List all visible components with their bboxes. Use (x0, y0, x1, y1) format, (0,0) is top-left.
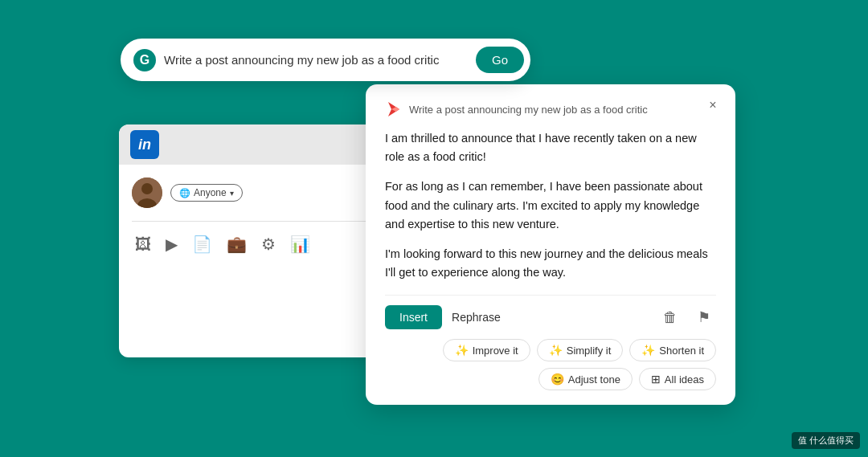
watermark: 值 什么值得买 (792, 432, 860, 449)
rephrase-button[interactable]: Rephrase (452, 311, 501, 324)
linkedin-toolbar: 🖼 ▶ 📄 💼 ⚙ 📊 (132, 235, 379, 254)
search-input-text: Write a post announcing my new job as a … (164, 53, 468, 67)
chart-icon[interactable]: 📊 (290, 235, 310, 254)
flag-button[interactable]: ⚑ (692, 305, 716, 329)
prompt-row: Write a post announcing my new job as a … (385, 100, 716, 118)
avatar (132, 177, 162, 208)
doc-icon[interactable]: 📄 (192, 235, 212, 254)
watermark-text: 值 什么值得买 (792, 432, 860, 449)
linkedin-card: in 🌐 Anyone ▾ 🖼 ▶ 📄 💼 ⚙ (119, 124, 392, 357)
close-button[interactable]: × (703, 96, 723, 115)
simplify-chip[interactable]: ✨ Simplify it (537, 339, 624, 361)
ai-panel: × Write a post announcing my new job as … (366, 84, 735, 405)
image-icon[interactable]: 🖼 (135, 235, 151, 254)
video-icon[interactable]: ▶ (166, 235, 178, 254)
linkedin-header: in (119, 124, 392, 165)
paragraph-2: For as long as I can remember, I have be… (385, 177, 716, 234)
shorten-icon: ✨ (641, 344, 655, 357)
search-bar: G Write a post announcing my new job as … (121, 39, 530, 81)
gear-icon[interactable]: ⚙ (261, 235, 276, 254)
paragraph-3: I'm looking forward to this new journey … (385, 245, 716, 282)
go-button[interactable]: Go (476, 47, 524, 73)
shorten-chip[interactable]: ✨ Shorten it (629, 339, 716, 361)
shorten-label: Shorten it (659, 345, 704, 357)
chips-row-2: 😊 Adjust tone ⊞ All ideas (385, 368, 716, 390)
adjust-tone-chip[interactable]: 😊 Adjust tone (538, 368, 633, 390)
paragraph-1: I am thrilled to announce that I have re… (385, 129, 716, 166)
divider (132, 221, 379, 222)
briefcase-icon[interactable]: 💼 (227, 235, 247, 254)
ai-content: I am thrilled to announce that I have re… (385, 129, 716, 282)
user-row: 🌐 Anyone ▾ (132, 177, 379, 208)
improve-chip[interactable]: ✨ Improve it (443, 339, 530, 361)
svg-point-1 (141, 183, 153, 194)
ideas-icon: ⊞ (651, 373, 661, 386)
anyone-badge[interactable]: 🌐 Anyone ▾ (170, 184, 243, 202)
linkedin-body: 🌐 Anyone ▾ 🖼 ▶ 📄 💼 ⚙ 📊 (119, 165, 392, 267)
all-ideas-label: All ideas (665, 373, 704, 386)
simplify-label: Simplify it (567, 345, 612, 357)
delete-button[interactable]: 🗑 (658, 305, 682, 329)
chips-row: ✨ Improve it ✨ Simplify it ✨ Shorten it (385, 339, 716, 361)
improve-icon: ✨ (455, 344, 469, 357)
prompt-text: Write a post announcing my new job as a … (409, 104, 648, 116)
prompt-icon (385, 100, 403, 118)
tone-icon: 😊 (551, 373, 564, 386)
simplify-icon: ✨ (549, 344, 563, 357)
all-ideas-chip[interactable]: ⊞ All ideas (639, 368, 716, 390)
linkedin-logo: in (130, 130, 159, 159)
actions-row: Insert Rephrase 🗑 ⚑ (385, 295, 716, 329)
insert-button[interactable]: Insert (385, 305, 442, 329)
adjust-tone-label: Adjust tone (568, 373, 620, 386)
grammarly-icon: G (133, 49, 156, 71)
improve-label: Improve it (473, 345, 518, 357)
